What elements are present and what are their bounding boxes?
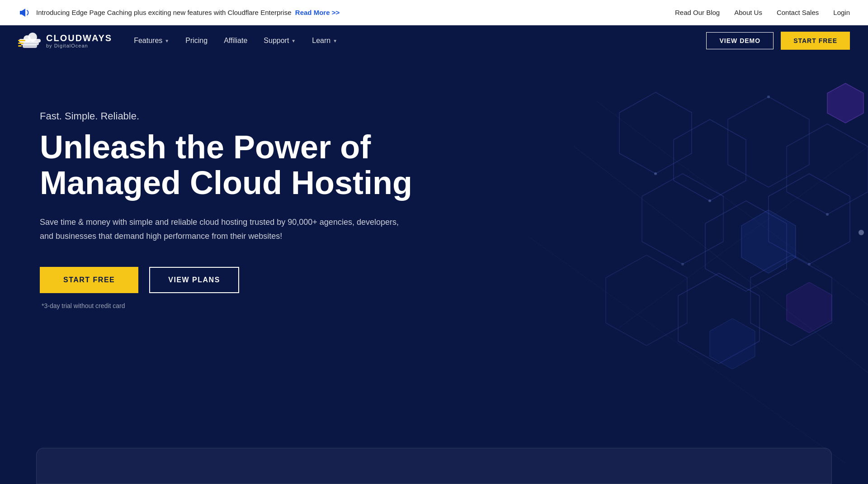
megaphone-icon — [18, 6, 31, 19]
svg-rect-6 — [18, 43, 24, 44]
main-nav: CLOUDWAYS by DigitalOcean Features ▼ Pri… — [0, 25, 868, 56]
start-free-hero-button[interactable]: START FREE — [40, 267, 138, 293]
top-bar-left: Introducing Edge Page Caching plus excit… — [18, 6, 340, 19]
svg-point-27 — [808, 263, 811, 266]
svg-marker-31 — [827, 83, 863, 123]
svg-rect-5 — [18, 40, 25, 41]
contact-sales-link[interactable]: Contact Sales — [777, 9, 819, 16]
svg-point-25 — [826, 213, 829, 216]
view-demo-button[interactable]: VIEW DEMO — [706, 32, 774, 49]
pricing-nav-link[interactable]: Pricing — [185, 37, 208, 45]
top-bar: Introducing Edge Page Caching plus excit… — [0, 0, 868, 25]
svg-marker-10 — [728, 97, 809, 187]
svg-point-22 — [654, 172, 657, 175]
start-free-nav-button[interactable]: START FREE — [781, 32, 850, 50]
trial-note: *3-day trial without credit card — [42, 302, 434, 309]
affiliate-nav-link[interactable]: Affiliate — [224, 37, 247, 45]
svg-rect-2 — [23, 44, 37, 48]
svg-marker-11 — [787, 124, 868, 214]
logo-text-block: CLOUDWAYS by DigitalOcean — [46, 33, 112, 48]
hero-section: Fast. Simple. Reliable. Unleash the Powe… — [0, 56, 868, 484]
svg-marker-15 — [606, 255, 687, 346]
logo-area[interactable]: CLOUDWAYS by DigitalOcean — [18, 32, 112, 50]
announcement-text: Introducing Edge Page Caching plus excit… — [36, 9, 340, 16]
bottom-card-peek — [36, 448, 832, 484]
about-us-link[interactable]: About Us — [734, 9, 762, 16]
hero-description: Save time & money with simple and reliab… — [40, 215, 410, 243]
support-nav-link[interactable]: Support ▼ — [264, 37, 296, 45]
svg-point-23 — [708, 199, 711, 202]
read-more-link[interactable]: Read More >> — [295, 9, 340, 16]
svg-point-26 — [681, 263, 684, 266]
nav-right: VIEW DEMO START FREE — [706, 32, 850, 50]
hero-content: Fast. Simple. Reliable. Unleash the Powe… — [0, 56, 434, 309]
svg-marker-8 — [619, 92, 692, 174]
support-chevron-icon: ▼ — [291, 38, 296, 43]
view-plans-button[interactable]: VIEW PLANS — [149, 267, 239, 293]
learn-nav-link[interactable]: Learn ▼ — [312, 37, 337, 45]
nav-left: CLOUDWAYS by DigitalOcean Features ▼ Pri… — [18, 32, 337, 50]
svg-marker-30 — [710, 318, 755, 369]
features-nav-link[interactable]: Features ▼ — [134, 37, 169, 45]
hero-title: Unleash the Power of Managed Cloud Hosti… — [40, 129, 434, 201]
hero-background — [439, 56, 868, 484]
login-link[interactable]: Login — [833, 9, 850, 16]
svg-marker-29 — [787, 282, 832, 333]
hero-tagline: Fast. Simple. Reliable. — [40, 110, 434, 122]
cloudways-logo-icon — [18, 32, 42, 50]
svg-rect-7 — [18, 45, 22, 47]
svg-line-21 — [529, 237, 845, 463]
read-our-blog-link[interactable]: Read Our Blog — [675, 9, 720, 16]
hero-buttons: START FREE VIEW PLANS — [40, 267, 434, 293]
learn-chevron-icon: ▼ — [333, 38, 337, 43]
svg-point-4 — [28, 33, 37, 42]
nav-links: Features ▼ Pricing Affiliate Support ▼ L… — [134, 37, 337, 45]
svg-marker-28 — [741, 210, 796, 273]
svg-point-32 — [859, 230, 864, 235]
svg-point-24 — [767, 95, 770, 98]
top-bar-right: Read Our Blog About Us Contact Sales Log… — [675, 9, 850, 16]
features-chevron-icon: ▼ — [165, 38, 169, 43]
